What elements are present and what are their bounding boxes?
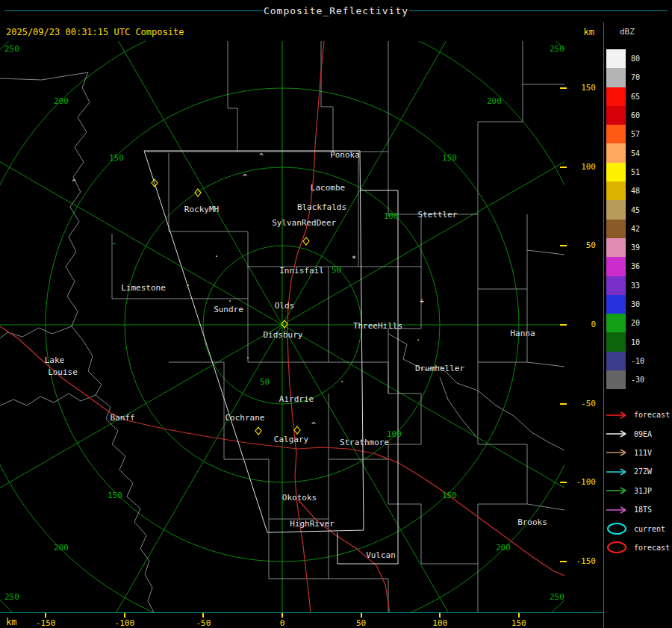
map-marker: ^ xyxy=(259,152,264,161)
city-label: Lake xyxy=(45,355,65,365)
colorbar-entry: 70 xyxy=(606,68,671,87)
colorbar-entry: 33 xyxy=(606,276,671,295)
city-label: Drumheller xyxy=(415,364,465,373)
colorbar-swatch xyxy=(606,257,626,276)
x-axis-label: 100 xyxy=(423,618,456,628)
colorbar-value: 70 xyxy=(631,73,640,81)
y-axis-label: -150 xyxy=(566,556,596,567)
range-ring-label: 250 xyxy=(550,44,564,54)
27ZW-arrow-icon xyxy=(605,465,632,479)
colorbar-value: 30 xyxy=(631,300,640,308)
map-marker: * xyxy=(352,255,356,263)
legend-item: forecast xyxy=(605,538,672,557)
map-marker: ^ xyxy=(72,178,76,187)
range-ring-label: 150 xyxy=(109,153,124,163)
map-marker: - xyxy=(112,239,116,247)
x-axis-tick xyxy=(124,613,125,618)
colorbar-entry: 20 xyxy=(606,314,671,332)
colorbar-swatch xyxy=(606,238,626,257)
x-axis-label: -50 xyxy=(187,618,220,628)
legend-item: 18TS xyxy=(605,500,672,519)
y-axis-label: 100 xyxy=(566,162,596,172)
y-axis-label: 50 xyxy=(566,240,596,251)
colorbar-swatch xyxy=(606,181,626,200)
azimuth-spoke xyxy=(73,325,282,612)
map-marker: ^ xyxy=(243,173,247,181)
x-axis-label: -100 xyxy=(108,618,141,628)
city-label: Didsbury xyxy=(264,330,303,340)
x-axis-tick xyxy=(361,613,362,618)
map-marker: · xyxy=(186,282,190,290)
city-label: Louise xyxy=(48,367,78,377)
colorbar-value: 57 xyxy=(631,130,640,138)
x-axis-label: 0 xyxy=(266,618,299,628)
colorbar-swatch xyxy=(606,295,626,314)
city-label: Sylvan xyxy=(272,218,302,228)
legend-item: 09EA xyxy=(605,424,672,443)
colorbar-value: 39 xyxy=(631,243,640,252)
y-axis-label: 150 xyxy=(566,83,596,93)
current-ellipse-icon xyxy=(605,522,632,535)
range-ring-label: 200 xyxy=(487,96,502,106)
county-boundary xyxy=(478,214,527,289)
x-axis-tick xyxy=(202,613,204,618)
colorbar-entry: 60 xyxy=(606,106,671,125)
county-boundary xyxy=(84,341,154,612)
colorbar-value: 80 xyxy=(631,55,640,63)
range-ring-label: 250 xyxy=(4,44,19,54)
legend-item: 27ZW xyxy=(605,462,672,481)
colorbar-entry: 65 xyxy=(606,87,671,106)
county-boundary xyxy=(228,41,237,152)
dbz-colorbar: 80706560575451484542393633302010-10-30 xyxy=(606,49,671,389)
colorbar-entry: 45 xyxy=(606,200,671,219)
legend-item: current xyxy=(605,519,672,538)
city-label: Lacombe xyxy=(311,183,345,193)
city-label: Calgary xyxy=(274,435,309,444)
range-ring-label: 100 xyxy=(384,211,399,221)
colorbar-swatch xyxy=(606,68,626,87)
map-marker: + xyxy=(420,297,424,305)
colorbar-entry: 54 xyxy=(606,143,671,162)
colorbar-value: 36 xyxy=(631,262,640,270)
county-boundary xyxy=(478,289,527,362)
map-marker: · xyxy=(416,336,420,344)
azimuth-spoke xyxy=(73,41,282,325)
title-rule-right xyxy=(409,10,668,11)
legend-label: 31JP xyxy=(634,487,652,495)
x-axis-tick xyxy=(45,613,46,618)
map-bottom-border xyxy=(0,612,603,613)
county-boundary xyxy=(224,394,269,459)
panel-divider xyxy=(603,22,604,628)
colorbar-value: 60 xyxy=(631,111,640,119)
colorbar-value: 65 xyxy=(631,93,640,101)
x-axis-tick xyxy=(518,613,520,618)
colorbar-entry: 51 xyxy=(606,163,671,181)
x-axis-label: 50 xyxy=(345,618,378,628)
18TS-arrow-icon xyxy=(605,503,632,517)
colorbar-entry: 10 xyxy=(606,332,671,351)
map-marker: · xyxy=(228,297,232,305)
legend-label: forecast xyxy=(634,411,670,419)
city-label: RedDeer xyxy=(302,218,337,228)
county-boundary xyxy=(269,459,329,519)
colorbar-swatch xyxy=(606,332,626,351)
city-label: Banff xyxy=(110,413,134,423)
range-ring-label: 150 xyxy=(108,491,122,500)
legend-item: forecast xyxy=(605,405,672,424)
aircraft-marker xyxy=(294,426,300,434)
city-label: Ponoka xyxy=(330,150,360,160)
colorbar-swatch xyxy=(606,370,626,389)
colorbar-entry: 39 xyxy=(606,238,671,257)
colorbar-entry: 36 xyxy=(606,257,671,276)
county-boundary xyxy=(527,250,564,255)
colorbar-swatch xyxy=(606,276,626,295)
county-boundary xyxy=(321,41,333,152)
x-axis-tick xyxy=(281,613,283,618)
azimuth-spoke xyxy=(0,116,282,325)
colorbar-swatch xyxy=(606,352,626,370)
colorbar-entry: 57 xyxy=(606,125,671,143)
colorbar-entry: 48 xyxy=(606,181,671,200)
colorbar-swatch xyxy=(606,87,626,106)
aircraft-marker xyxy=(255,427,261,435)
legend-item: 31JP xyxy=(605,482,672,500)
